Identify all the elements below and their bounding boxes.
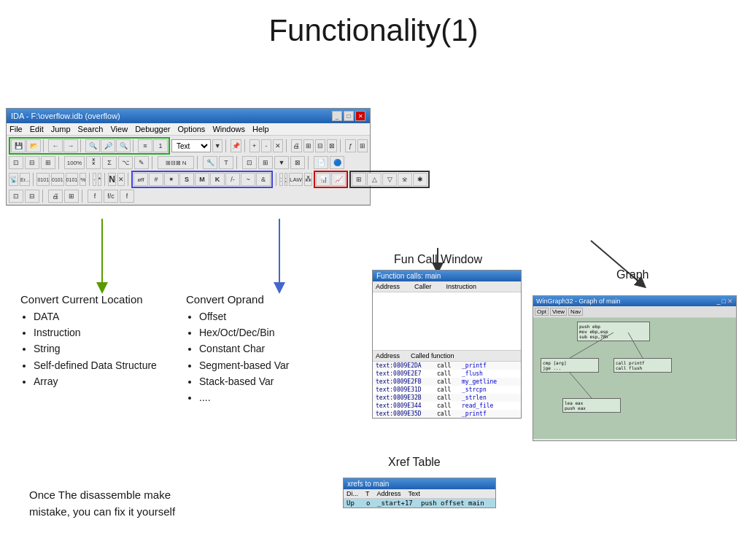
tb-r2-12[interactable]: ⊡ [242, 156, 257, 169]
menu-windows[interactable]: Windows [212, 125, 245, 133]
tb-dark4[interactable]: ※ [398, 173, 412, 186]
tb-tilde[interactable]: ~ [241, 173, 255, 186]
tb-num[interactable]: 1 [153, 139, 168, 152]
table-row: text:0809E2FB call my_getline [373, 378, 521, 386]
tb-pin[interactable]: 📌 [231, 139, 241, 152]
tb-search3[interactable]: 🔍 [116, 139, 131, 152]
tb-pct[interactable]: 100% [64, 156, 85, 169]
graph-close[interactable]: ✕ [727, 298, 733, 305]
tb-r3-c3[interactable]: LAW [289, 173, 303, 186]
tb-r2-5[interactable]: ⁑ [86, 156, 101, 169]
tb-r3-2[interactable]: Er... [20, 173, 30, 186]
tb-f1[interactable]: f [88, 190, 102, 203]
tb-x[interactable]: ✕ [273, 139, 283, 152]
graph-tb-1[interactable]: Opt [535, 308, 549, 316]
view-dropdown[interactable]: Text Graph [171, 139, 211, 152]
tb-f2[interactable]: f/c [104, 190, 118, 203]
menu-file[interactable]: File [9, 125, 23, 133]
tb-sep8 [58, 156, 61, 169]
tb-dark2[interactable]: △ [367, 173, 382, 186]
tb-hash[interactable]: # [149, 173, 163, 186]
graph-controls: _ □ ✕ [717, 298, 733, 305]
tb-open[interactable]: 📂 [26, 139, 41, 152]
tb-S[interactable]: S [179, 173, 194, 186]
tb-r2-16[interactable]: 📄 [314, 156, 328, 169]
tb-r3-c2[interactable]: ; [285, 173, 288, 186]
tb-r2-10[interactable]: 🔧 [203, 156, 217, 169]
tb-dark5[interactable]: ✱ [413, 173, 427, 186]
graph-titlebar: WinGraph32 - Graph of main _ □ ✕ [533, 296, 736, 306]
tb-r2-9[interactable]: ⊞⊟⊠ N [158, 156, 194, 169]
tb-r3-6[interactable]: * [98, 173, 102, 186]
tb-bin1[interactable]: 0101 [36, 173, 50, 186]
tb-search2[interactable]: 🔎 [101, 139, 115, 152]
tb-r4-2[interactable]: ⊟ [25, 190, 39, 203]
tb-chart1[interactable]: 📊 [316, 173, 330, 186]
tb-r2-8[interactable]: ✎ [134, 156, 149, 169]
tb-r2-2[interactable]: ⊟ [25, 156, 39, 169]
tb-print[interactable]: 🖨 [291, 139, 301, 152]
tb-r3-c1[interactable]: : [279, 173, 283, 186]
menu-options[interactable]: Options [177, 125, 205, 133]
tb-list[interactable]: ≡ [138, 139, 152, 152]
tb-bin2[interactable]: 0101 [51, 173, 64, 186]
tb-r2-7[interactable]: ⌥ [118, 156, 133, 169]
menu-jump[interactable]: Jump [51, 125, 71, 133]
tb-slash[interactable]: /- [225, 173, 240, 186]
tb-r2-6[interactable]: Σ [102, 156, 117, 169]
tb-r2-1[interactable]: ⊡ [9, 156, 23, 169]
tb-view2[interactable]: ⊟ [315, 139, 325, 152]
tb-dd-arrow[interactable]: ▼ [212, 139, 222, 152]
minimize-button[interactable]: _ [332, 111, 342, 121]
tb-r3-1[interactable]: 📡 [9, 173, 18, 186]
menu-help[interactable]: Help [252, 125, 269, 133]
tb-search1[interactable]: 🔍 [85, 139, 100, 152]
tb-f3[interactable]: f [120, 190, 134, 203]
tb-amp[interactable]: & [256, 173, 271, 186]
menu-debugger[interactable]: Debugger [135, 125, 170, 133]
tb-fwd[interactable]: → [63, 139, 78, 152]
tb-r2-17[interactable]: 🔵 [330, 156, 344, 169]
tb-r3-4[interactable]: % [80, 173, 86, 186]
tb-view1[interactable]: ⊞ [303, 139, 314, 152]
graph-max[interactable]: □ [722, 298, 726, 305]
tb-r3-5[interactable]: · [93, 173, 96, 186]
tb-r2-13[interactable]: ⊞ [258, 156, 273, 169]
tb-K[interactable]: K [210, 173, 225, 186]
tb-off[interactable]: øff [133, 173, 148, 186]
tb-r2-14[interactable]: ▼ [274, 156, 289, 169]
ida-menubar: File Edit Jump Search View Debugger Opti… [7, 123, 370, 136]
tb-minus[interactable]: - [261, 139, 271, 152]
graph-tb-3[interactable]: Nav [568, 308, 583, 316]
close-button[interactable]: ✕ [355, 111, 365, 121]
tb-chart2[interactable]: 📈 [331, 173, 346, 186]
tb-r2-3[interactable]: ⊞ [41, 156, 55, 169]
tb-back[interactable]: ← [48, 139, 63, 152]
tb-r3-b3[interactable]: ⁕ [164, 173, 179, 186]
restore-button[interactable]: □ [344, 111, 354, 121]
tb-sep9 [152, 156, 155, 169]
tb-r4-3[interactable]: 🖨 [48, 190, 63, 203]
tb-view3[interactable]: ⊠ [327, 139, 337, 152]
tb-N[interactable]: N [108, 173, 116, 186]
tb-r4-4[interactable]: ⊞ [64, 190, 79, 203]
menu-view[interactable]: View [110, 125, 128, 133]
tb-r2-11[interactable]: T [219, 156, 233, 169]
tb-sep5 [244, 139, 247, 152]
tb-func[interactable]: ƒ [345, 139, 355, 152]
graph-tb-2[interactable]: View [550, 308, 567, 316]
tb-M[interactable]: M [195, 173, 209, 186]
tb-r3-8[interactable]: ✕ [117, 173, 125, 186]
tb-r2-15[interactable]: ⊠ [290, 156, 305, 169]
tb-plus[interactable]: + [249, 139, 260, 152]
tb-save[interactable]: 💾 [11, 139, 26, 152]
menu-search[interactable]: Search [78, 125, 104, 133]
tb-grid[interactable]: ⊞ [357, 139, 368, 152]
tb-bin3[interactable]: 0101 [66, 173, 79, 186]
tb-dark3[interactable]: ▽ [382, 173, 397, 186]
tb-r4-1[interactable]: ⊡ [9, 190, 23, 203]
menu-edit[interactable]: Edit [30, 125, 44, 133]
graph-min[interactable]: _ [717, 298, 721, 305]
tb-r3-c4[interactable]: ⁂ [304, 173, 312, 186]
tb-dark1[interactable]: ⊞ [352, 173, 366, 186]
